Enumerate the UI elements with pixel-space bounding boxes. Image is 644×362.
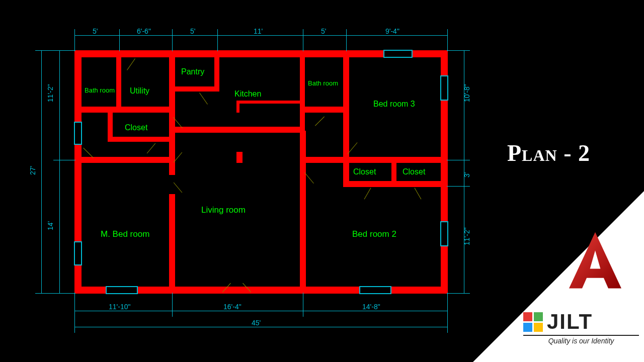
label-kitchen: Kitchen <box>234 89 261 99</box>
wall-h-closet1 <box>108 137 175 142</box>
window-left2 <box>74 241 82 265</box>
wall-v-mbed <box>169 194 175 289</box>
dim-bot-line2 <box>74 327 448 327</box>
dim-top-line <box>74 35 448 36</box>
ext-t5 <box>346 29 347 51</box>
wall-h-pantry <box>174 86 219 92</box>
brand-name: JILT <box>547 310 593 334</box>
wall-v-closet23-m <box>391 162 396 186</box>
door-10 <box>415 188 422 199</box>
dim-top4: 11' <box>254 27 263 35</box>
window-bot2 <box>359 286 391 294</box>
window-top1 <box>383 50 413 58</box>
wall-v-living-left <box>169 161 175 175</box>
window-bot1 <box>106 286 138 294</box>
wall-v-living-right <box>300 131 306 162</box>
label-pantry: Pantry <box>181 67 204 76</box>
dim-bot1: 11'-10" <box>109 303 130 311</box>
ext-r0 <box>447 50 470 51</box>
ext-r1 <box>447 160 470 160</box>
brand-tag: Quality is our Identity <box>523 337 639 345</box>
wall-h-bath2 <box>304 107 348 113</box>
wall-h-bathutil <box>80 107 171 113</box>
dim-top3: 5' <box>190 27 195 35</box>
wall-v-bed2 <box>300 161 306 289</box>
label-closet2: Closet <box>353 167 376 176</box>
wall-h-kitchen <box>174 127 305 133</box>
counter-1 <box>236 101 302 104</box>
wall-v1 <box>116 56 121 111</box>
window-right1 <box>440 75 448 101</box>
dim-bot2: 16'-4" <box>223 303 242 311</box>
dim-left1: 11'-2" <box>46 84 54 102</box>
window-left <box>74 122 82 145</box>
plan-title: Plan - 2 <box>507 140 590 166</box>
ext-l1 <box>53 160 75 160</box>
door-7 <box>315 116 325 126</box>
label-mbed: M. Bed room <box>101 229 149 239</box>
label-closet1: Closet <box>125 123 147 132</box>
window-right2 <box>440 221 448 246</box>
ext-t4 <box>303 29 303 51</box>
ext-t1 <box>119 29 120 51</box>
ext-t2 <box>172 29 173 51</box>
ext-l2 <box>35 293 75 294</box>
dim-bot-line1 <box>74 311 448 311</box>
ext-b0 <box>74 293 75 333</box>
door-2 <box>199 93 208 105</box>
label-living: Living room <box>201 205 246 215</box>
ext-r2 <box>447 186 470 187</box>
dim-right1: 10'-8" <box>463 84 471 102</box>
dim-right2: 3' <box>463 172 471 177</box>
label-bath2: Bath room <box>308 79 338 87</box>
ext-t6 <box>447 29 448 51</box>
door-4 <box>147 143 155 154</box>
wall-v4-kitchen <box>300 56 305 131</box>
dim-bot4: 45' <box>252 319 261 327</box>
ext-t3 <box>217 29 218 51</box>
dim-left-inner <box>59 50 60 294</box>
wall-h-mid-right <box>300 157 447 163</box>
ext-b2 <box>303 293 303 317</box>
wall-v3-pantry <box>214 56 219 90</box>
door-12 <box>174 183 182 193</box>
door-9 <box>364 188 371 199</box>
dim-top6: 9'-4" <box>385 27 399 35</box>
wall-h-closet1-left <box>108 113 113 141</box>
label-utility: Utility <box>130 86 149 96</box>
dim-top2: 6'-6" <box>137 27 151 35</box>
dim-bot3: 14'-8" <box>362 303 380 311</box>
label-closet3: Closet <box>403 167 425 176</box>
ext-b3 <box>447 293 448 333</box>
label-bed2: Bed room 2 <box>352 229 396 239</box>
ext-b1 <box>172 293 173 317</box>
dim-top5: 5' <box>321 27 326 35</box>
dim-top1: 5' <box>93 27 98 35</box>
counter-2 <box>236 104 239 113</box>
dim-right3: 11'-2" <box>463 227 471 245</box>
wall-v-closet23-l <box>343 162 349 186</box>
jilt-logo: JILT Quality is our Identity <box>523 310 639 345</box>
door-1 <box>127 58 135 70</box>
dim-left-outer <box>41 50 42 294</box>
wall-stub-living <box>236 152 243 163</box>
ext-r3 <box>447 293 470 294</box>
ext-t0 <box>74 29 75 51</box>
label-bath1: Bath room <box>85 86 115 94</box>
ext-l0 <box>35 50 75 51</box>
autocad-logo <box>562 228 628 294</box>
dim-left3: 14' <box>46 221 54 230</box>
dim-left2: 27' <box>29 166 37 175</box>
label-bed3: Bed room 3 <box>373 100 415 109</box>
